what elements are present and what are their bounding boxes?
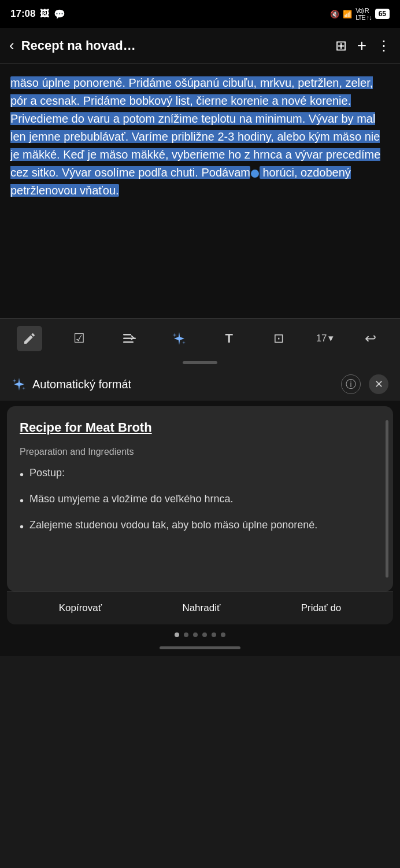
autoformat-label: Automatický formát xyxy=(32,378,131,391)
close-icon: ✕ xyxy=(375,378,383,391)
wifi-icon: 📶 xyxy=(343,10,352,19)
dot-2 xyxy=(184,632,188,637)
list-item: Zalejeme studenou vodou tak, aby bolo mä… xyxy=(20,517,380,535)
list-item-text: Mäso umyjeme a vložíme do veľkého hrnca. xyxy=(29,491,380,507)
document-title: Recept na hovad… xyxy=(21,38,328,53)
checkbox-icon[interactable]: ☑ xyxy=(66,326,92,351)
selected-text[interactable]: mäso úplne ponorené. Pridáme ošúpanú cib… xyxy=(10,76,380,179)
editor-text-block[interactable]: mäso úplne ponorené. Pridáme ošúpanú cib… xyxy=(10,74,390,200)
dot-3 xyxy=(193,632,198,637)
preview-subtitle: Preparation and Ingredients xyxy=(20,447,380,457)
title-bar: ‹ Recept na hovad… ⊞ + ⋮ xyxy=(0,28,400,64)
text-cursor xyxy=(251,170,259,178)
signal-icon: Vo) RLTE ↑↓ xyxy=(355,7,371,21)
dot-6 xyxy=(221,632,225,637)
status-left: 17:08 🖼 💬 xyxy=(10,8,65,20)
status-right: 🔇 📶 Vo) RLTE ↑↓ 65 xyxy=(330,7,390,21)
pridat-do-button[interactable]: Pridať do xyxy=(295,600,347,616)
svg-rect-0 xyxy=(123,334,131,336)
drag-handle-bar xyxy=(183,361,217,364)
bottom-actions: Kopírovať Nahradiť Pridať do xyxy=(7,591,393,624)
home-bar xyxy=(160,646,240,649)
preview-card: Recipe for Meat Broth Preparation and In… xyxy=(7,406,393,591)
more-icon[interactable]: ⋮ xyxy=(377,38,391,54)
autoformat-actions: ⓘ ✕ xyxy=(341,374,388,394)
dot-4 xyxy=(202,632,207,637)
preview-scrollbar[interactable] xyxy=(386,420,388,578)
back-button[interactable]: ‹ xyxy=(9,36,14,54)
mute-icon: 🔇 xyxy=(330,10,339,19)
home-indicator xyxy=(0,642,400,656)
book-view-icon[interactable]: ⊞ xyxy=(335,38,347,54)
list-item: Mäso umyjeme a vložíme do veľkého hrnca. xyxy=(20,491,380,509)
toolbar: ☑ T ⊡ 17 ▾ ↩ xyxy=(0,318,400,358)
list-item: Postup: xyxy=(20,465,380,483)
photo-icon: 🖼 xyxy=(40,9,49,19)
indent-format-icon[interactable] xyxy=(117,326,142,351)
list-item-text: Zalejeme studenou vodou tak, aby bolo mä… xyxy=(29,517,380,533)
font-size-dropdown-icon: ▾ xyxy=(328,332,334,344)
close-button[interactable]: ✕ xyxy=(369,374,388,394)
page-dots xyxy=(0,624,400,642)
autoformat-sparkle-icon xyxy=(12,377,27,392)
undo-button[interactable]: ↩ xyxy=(358,326,383,351)
svg-rect-2 xyxy=(123,341,134,343)
autoformat-title: Automatický formát xyxy=(12,377,131,392)
title-actions: ⊞ + ⋮ xyxy=(335,36,391,55)
dot-1 xyxy=(175,632,179,637)
magic-icon[interactable] xyxy=(166,326,192,351)
drag-handle[interactable] xyxy=(0,358,400,366)
preview-list: Postup: Mäso umyjeme a vložíme do veľkéh… xyxy=(20,465,380,535)
text-box-icon[interactable]: ⊡ xyxy=(266,326,291,351)
autoformat-panel: Automatický formát ⓘ ✕ xyxy=(0,366,400,400)
info-button[interactable]: ⓘ xyxy=(341,374,361,394)
time: 17:08 xyxy=(10,8,35,20)
pen-icon[interactable] xyxy=(17,326,42,351)
messenger-icon: 💬 xyxy=(54,9,65,20)
list-item-text: Postup: xyxy=(29,465,380,481)
dot-5 xyxy=(212,632,216,637)
battery-badge: 65 xyxy=(375,9,390,19)
nahradit-button[interactable]: Nahradiť xyxy=(176,600,226,616)
font-size-selector[interactable]: 17 ▾ xyxy=(316,332,334,344)
add-icon[interactable]: + xyxy=(357,36,366,55)
status-bar: 17:08 🖼 💬 🔇 📶 Vo) RLTE ↑↓ 65 xyxy=(0,0,400,28)
kopirovat-button[interactable]: Kopírovať xyxy=(53,600,108,616)
preview-fade xyxy=(20,532,380,555)
text-format-icon[interactable]: T xyxy=(216,326,242,351)
preview-recipe-title: Recipe for Meat Broth xyxy=(20,420,380,435)
font-size-value: 17 xyxy=(316,333,327,344)
editor-area[interactable]: mäso úplne ponorené. Pridáme ošúpanú cib… xyxy=(0,64,400,318)
